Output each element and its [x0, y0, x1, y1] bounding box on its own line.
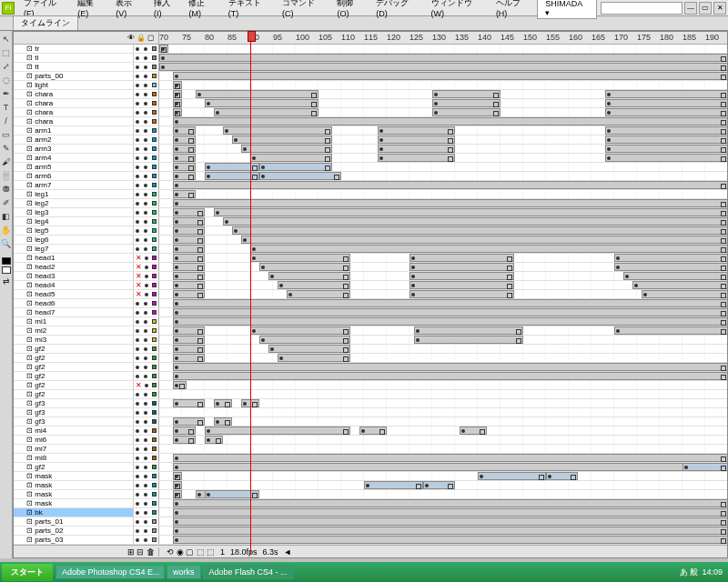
layer-row[interactable]: ⊡ mi8 — [14, 454, 727, 463]
layer-track[interactable] — [159, 281, 727, 289]
layer-name[interactable]: ⊡ leg7 — [14, 245, 134, 253]
menu-item[interactable]: 制御(O) — [331, 0, 370, 20]
layer-track[interactable] — [159, 90, 727, 98]
menu-item[interactable]: 挿入(I) — [148, 0, 183, 20]
layer-row[interactable]: ⊡ mask — [14, 472, 727, 481]
minimize-button[interactable]: — — [684, 2, 697, 15]
frame-ruler[interactable]: 7075808590951001051101151201251301351401… — [159, 32, 727, 44]
layer-track[interactable] — [159, 290, 727, 298]
ime-status[interactable]: あ 般 — [680, 567, 699, 578]
layer-track[interactable] — [159, 254, 727, 262]
layer-name[interactable]: ⊡ head1 — [14, 254, 134, 262]
menu-item[interactable]: ヘルプ(H) — [490, 0, 537, 20]
layer-track[interactable] — [159, 372, 727, 380]
layer-track[interactable] — [159, 436, 727, 444]
layer-row[interactable]: ⊡ arm6 — [14, 172, 727, 181]
layer-row[interactable]: ⊡ arm5 — [14, 163, 727, 172]
layer-row[interactable]: ⊡ mask — [14, 481, 727, 490]
layer-track[interactable] — [159, 454, 727, 462]
rect-tool[interactable]: ▭ — [1, 128, 12, 141]
outline-icon[interactable]: ▢ — [147, 34, 155, 42]
layer-row[interactable]: ⊡ gf2 — [14, 354, 727, 363]
layer-name[interactable]: ⊡ parts_02 — [14, 527, 134, 535]
layer-track[interactable] — [159, 417, 727, 426]
layer-track[interactable] — [159, 208, 727, 216]
layer-row[interactable]: ⊡ tr — [14, 45, 727, 54]
layer-name[interactable]: ⊡ mi8 — [14, 454, 134, 462]
layer-row[interactable]: ⊡ gf2 — [14, 372, 727, 381]
layer-track[interactable] — [159, 336, 727, 344]
eraser-tool[interactable]: ◧ — [1, 210, 12, 223]
layer-row[interactable]: ⊡ head5✕ — [14, 290, 727, 299]
layer-row[interactable]: ⊡ parts_02 — [14, 527, 727, 536]
layer-row[interactable]: ⊡ parts_01 — [14, 517, 727, 527]
layer-name[interactable]: ⊡ mask — [14, 499, 134, 507]
start-button[interactable]: スタート — [2, 564, 53, 581]
layer-name[interactable]: ⊡ mi4 — [14, 426, 134, 435]
layer-track[interactable] — [159, 463, 727, 471]
layer-track[interactable] — [159, 472, 727, 480]
layer-track[interactable] — [159, 226, 727, 235]
layer-row[interactable]: ⊡ bk — [14, 508, 727, 517]
layer-name[interactable]: ⊡ mi6 — [14, 436, 134, 444]
layer-row[interactable]: ⊡ mi4 — [14, 426, 727, 436]
pencil-tool[interactable]: ✎ — [1, 142, 12, 155]
layer-name[interactable]: ⊡ head7 — [14, 308, 134, 316]
layer-name[interactable]: ⊡ leg3 — [14, 208, 134, 216]
layer-row[interactable]: ⊡ mi2 — [14, 326, 727, 336]
layer-name[interactable]: ⊡ arm3 — [14, 145, 134, 153]
layer-name[interactable]: ⊡ gf3 — [14, 408, 134, 416]
ink-tool[interactable]: ░ — [1, 169, 12, 182]
layer-row[interactable]: ⊡ gf2 — [14, 390, 727, 399]
layer-name[interactable]: ⊡ gf2 — [14, 381, 134, 389]
layer-name[interactable]: ⊡ arm7 — [14, 181, 134, 189]
layer-row[interactable]: ⊡ gf2 — [14, 345, 727, 354]
layer-track[interactable] — [159, 217, 727, 226]
move-tool[interactable]: ↖ — [1, 33, 12, 45]
lasso-tool[interactable]: ◌ — [1, 74, 12, 86]
stroke-swatch[interactable] — [2, 257, 11, 265]
layer-track[interactable] — [159, 399, 727, 407]
layer-row[interactable]: ⊡ mi7 — [14, 445, 727, 454]
layer-track[interactable] — [159, 199, 727, 207]
layer-name[interactable]: ⊡ gf2 — [14, 463, 134, 471]
layer-track[interactable] — [159, 299, 727, 307]
layer-track[interactable] — [159, 326, 727, 335]
layer-track[interactable] — [159, 536, 727, 544]
layer-track[interactable] — [159, 72, 727, 80]
layer-name[interactable]: ⊡ arm1 — [14, 126, 134, 135]
layer-row[interactable]: ⊡ tl — [14, 54, 727, 63]
layer-name[interactable]: ⊡ head6 — [14, 299, 134, 307]
layer-name[interactable]: ⊡ tt — [14, 63, 134, 71]
layer-name[interactable]: ⊡ parts_00 — [14, 72, 134, 80]
lock-icon[interactable]: 🔒 — [136, 34, 146, 42]
layer-track[interactable] — [159, 108, 727, 116]
layer-row[interactable]: ⊡ gf2 — [14, 463, 727, 472]
layer-row[interactable]: ⊡ leg7 — [14, 245, 727, 254]
layer-name[interactable]: ⊡ mi1 — [14, 317, 134, 326]
taskbar-item[interactable]: works — [167, 565, 201, 579]
layer-name[interactable]: ⊡ tl — [14, 54, 134, 62]
layer-row[interactable]: ⊡ arm7 — [14, 181, 727, 190]
layer-row[interactable]: ⊡ head7 — [14, 308, 727, 317]
system-tray[interactable]: あ 般 14:09 — [674, 567, 728, 578]
free-transform-tool[interactable]: ⤢ — [1, 60, 12, 73]
layer-track[interactable] — [159, 99, 727, 107]
layer-name[interactable]: ⊡ chara — [14, 90, 134, 98]
scrollbar-left[interactable]: ◄ — [284, 547, 292, 557]
layer-row[interactable]: ⊡ chara — [14, 108, 727, 117]
layer-name[interactable]: ⊡ bk — [14, 508, 134, 517]
eyedropper-tool[interactable]: ✐ — [1, 196, 12, 209]
layer-track[interactable] — [159, 163, 727, 171]
layer-track[interactable] — [159, 527, 727, 535]
layer-track[interactable] — [159, 308, 727, 316]
layer-row[interactable]: ⊡ light — [14, 81, 727, 90]
layer-name[interactable]: ⊡ gf3 — [14, 399, 134, 407]
hand-tool[interactable]: ✋ — [1, 224, 12, 236]
layer-row[interactable]: ⊡ gf3 — [14, 399, 727, 408]
layer-track[interactable] — [159, 381, 727, 389]
layer-name[interactable]: ⊡ mask — [14, 481, 134, 489]
layer-track[interactable] — [159, 117, 727, 125]
layer-name[interactable]: ⊡ mask — [14, 472, 134, 480]
layer-row[interactable]: ⊡ arm4 — [14, 154, 727, 163]
